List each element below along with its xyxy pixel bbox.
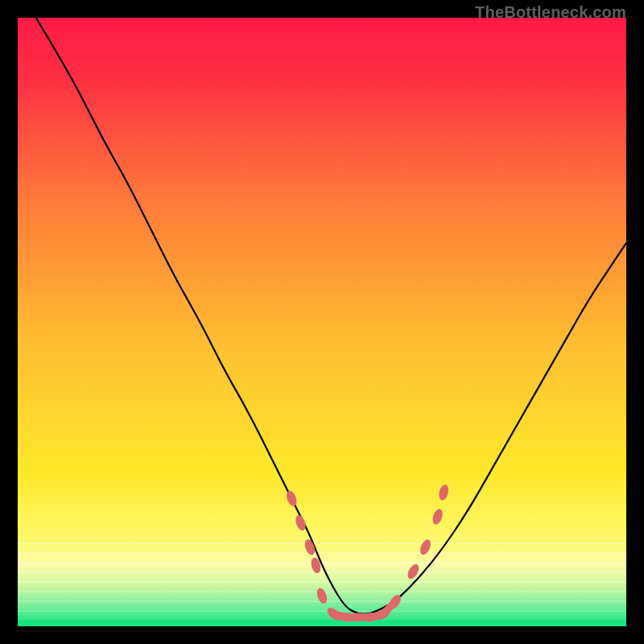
svg-rect-0 [18,543,626,544]
bottleneck-chart [18,18,626,626]
green-base-band [18,620,626,626]
svg-rect-1 [18,552,626,554]
svg-rect-4 [18,581,626,583]
svg-rect-7 [18,610,626,612]
svg-rect-3 [18,572,626,573]
chart-background [18,18,626,626]
